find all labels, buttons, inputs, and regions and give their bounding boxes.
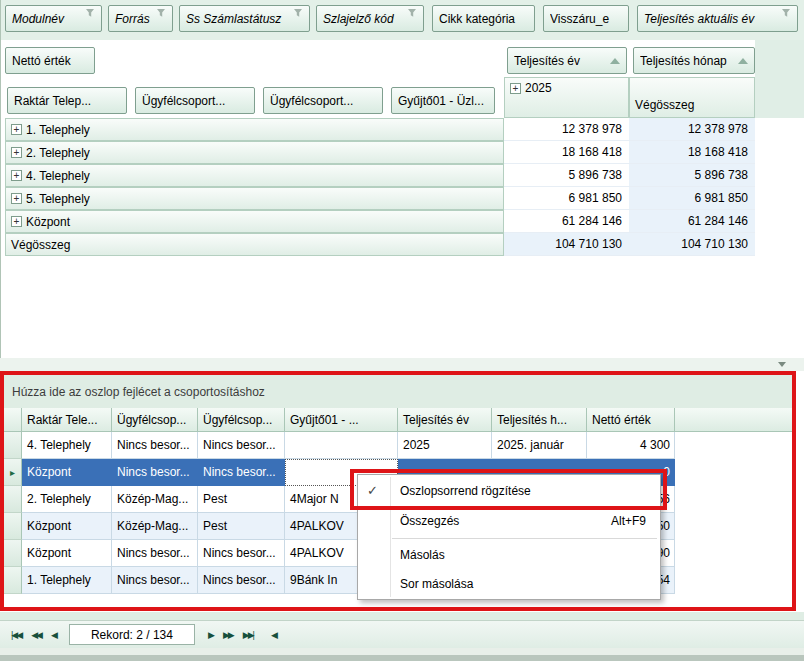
cell-netto-ertek[interactable]: 4 300	[587, 432, 675, 459]
column-header-ugyfelcsoport-2[interactable]: Ügyfélcsop...	[198, 408, 285, 432]
nav-next-page-button[interactable]: ▶▶	[218, 630, 238, 640]
filter-icon[interactable]	[407, 8, 417, 18]
column-header-raktar[interactable]: Raktár Tele...	[22, 408, 112, 432]
expand-icon[interactable]: +	[11, 216, 22, 227]
column-header-teljesites-honap[interactable]: Teljesítés h...	[492, 408, 587, 432]
filter-field-szamlastatusz[interactable]: Ss Számlastátusz	[179, 5, 310, 32]
cell-gyujto01[interactable]	[285, 432, 398, 459]
nav-last-button[interactable]: ▶▶|	[238, 630, 258, 640]
data-field-label: Nettó érték	[12, 54, 88, 68]
cell-teljesites-honap[interactable]: 2025. január	[492, 432, 587, 459]
expand-icon[interactable]: +	[11, 147, 22, 158]
column-header-2025[interactable]: +2025	[504, 77, 629, 118]
pivot-row-header[interactable]: +1. Telephely	[5, 118, 504, 141]
pivot-row-header[interactable]: +2. Telephely	[5, 141, 504, 164]
pivot-value-cell: 12 378 978	[504, 118, 629, 141]
data-field-netto-ertek[interactable]: Nettó érték	[5, 47, 95, 74]
cell-ugyfelcsoport-2[interactable]: Nincs besor...	[198, 540, 285, 567]
pivot-row-label: 5. Telephely	[26, 192, 90, 206]
filter-icon[interactable]	[156, 8, 166, 18]
nav-next-button[interactable]: ▶	[203, 630, 218, 640]
column-field-teljesites-ev[interactable]: Teljesítés év	[507, 47, 627, 74]
cell-ugyfelcsoport-2[interactable]: Nincs besor...	[198, 567, 285, 594]
menu-item-fix-column-order[interactable]: ✓ Oszlopsorrend rögzítése	[358, 475, 660, 506]
column-header-gyujto01[interactable]: Gyűjtő01 - ...	[285, 408, 398, 432]
cell-raktar[interactable]: 4. Telephely	[22, 432, 112, 459]
cell-ugyfelcsoport-2[interactable]: Nincs besor...	[198, 432, 285, 459]
filter-field-visszaru[interactable]: Visszáru_e	[543, 5, 629, 32]
nav-prev-button[interactable]: ◀	[46, 630, 61, 640]
bottom-strip	[0, 648, 804, 655]
menu-item-summary[interactable]: Összegzés Alt+F9	[358, 506, 660, 536]
menu-item-copy-row[interactable]: Sor másolása	[358, 569, 660, 598]
cell-teljesites-ev[interactable]: 2025	[398, 432, 492, 459]
cell-raktar[interactable]: Központ	[22, 459, 112, 486]
pivot-row-header[interactable]: +Központ	[5, 210, 504, 233]
cell-ugyfelcsoport-1[interactable]: Nincs besor...	[112, 459, 198, 486]
row-indicator	[4, 432, 22, 459]
cell-ugyfelcsoport-2[interactable]: Nincs besor...	[198, 459, 285, 486]
hscroll-left-button[interactable]: ◀	[266, 630, 281, 640]
pivot-total-cell: 12 378 978	[629, 118, 755, 141]
expand-icon[interactable]: +	[11, 124, 22, 135]
filter-icon[interactable]	[85, 8, 95, 18]
row-field-ugyfelcsoport-2[interactable]: Ügyfélcsoport...	[263, 87, 383, 114]
column-header-teljesites-ev[interactable]: Teljesítés év	[398, 408, 492, 432]
filter-field-forras[interactable]: Forrás	[108, 5, 173, 32]
row-indicator	[4, 486, 22, 513]
pivot-filter-area: Modulnév Forrás Ss Számlastátusz Szlajel…	[1, 0, 804, 40]
menu-item-label: Oszlopsorrend rögzítése	[400, 484, 531, 498]
row-field-gyujto01[interactable]: Gyűjtő01 - Üzl...	[391, 87, 495, 114]
pivot-row-header[interactable]: +5. Telephely	[5, 187, 504, 210]
record-navigator: |◀◀ ◀◀ ◀ Rekord: 2 / 134 ▶ ▶▶ ▶▶| ◀	[0, 620, 804, 648]
menu-item-copy[interactable]: Másolás	[358, 540, 660, 569]
group-by-panel[interactable]: Húzza ide az oszlop fejlécet a csoportos…	[4, 375, 796, 408]
filter-field-label: Szlajelző kód	[323, 12, 403, 26]
filter-field-szlajelzo-kod[interactable]: Szlajelző kód	[316, 5, 424, 32]
filter-field-teljesites-aktualis-ev[interactable]: Teljesítés aktuális év	[637, 5, 798, 32]
row-field-label: Raktár Telep...	[14, 94, 120, 108]
filter-field-label: Teljesítés aktuális év	[644, 12, 777, 26]
column-field-label: Teljesítés év	[514, 54, 604, 68]
filter-field-modulnev[interactable]: Modulnév	[5, 5, 102, 32]
filter-icon[interactable]	[293, 8, 303, 18]
pivot-row-label: 4. Telephely	[26, 169, 90, 183]
expand-icon[interactable]: +	[11, 170, 22, 181]
cell-ugyfelcsoport-1[interactable]: Nincs besor...	[112, 432, 198, 459]
grid-footer-strip	[0, 612, 804, 620]
cell-raktar[interactable]: 1. Telephely	[22, 567, 112, 594]
menu-separator	[392, 538, 657, 539]
menu-shortcut-label: Alt+F9	[611, 514, 646, 528]
cell-ugyfelcsoport-1[interactable]: Nincs besor...	[112, 567, 198, 594]
table-row[interactable]: 4. Telephely Nincs besor... Nincs besor.…	[4, 432, 675, 459]
row-field-ugyfelcsoport-1[interactable]: Ügyfélcsoport...	[135, 87, 255, 114]
column-header-vegosszeg: Végösszeg	[629, 77, 755, 118]
chevron-down-icon[interactable]	[778, 362, 786, 367]
menu-item-label: Összegzés	[400, 514, 459, 528]
cell-raktar[interactable]: Központ	[22, 513, 112, 540]
cell-raktar[interactable]: 2. Telephely	[22, 486, 112, 513]
column-field-teljesites-honap[interactable]: Teljesítés hónap	[633, 47, 755, 74]
filter-field-cikk-kategoria[interactable]: Cikk kategória	[432, 5, 535, 32]
pivot-row-label: Végösszeg	[11, 238, 70, 252]
group-by-hint-text: Húzza ide az oszlop fejlécet a csoportos…	[12, 385, 265, 399]
cell-ugyfelcsoport-1[interactable]: Nincs besor...	[112, 540, 198, 567]
filter-field-label: Ss Számlastátusz	[186, 12, 289, 26]
filter-icon[interactable]	[781, 8, 791, 18]
sort-asc-icon	[610, 58, 620, 64]
column-header-ugyfelcsoport-1[interactable]: Ügyfélcsop...	[112, 408, 198, 432]
pivot-row-header[interactable]: +4. Telephely	[5, 164, 504, 187]
cell-ugyfelcsoport-2[interactable]: Pest	[198, 486, 285, 513]
cell-ugyfelcsoport-1[interactable]: Közép-Mag...	[112, 486, 198, 513]
cell-ugyfelcsoport-2[interactable]: Pest	[198, 513, 285, 540]
cell-ugyfelcsoport-1[interactable]: Közép-Mag...	[112, 513, 198, 540]
row-indicator	[4, 567, 22, 594]
expand-icon[interactable]: +	[11, 193, 22, 204]
expand-icon[interactable]: +	[510, 83, 521, 94]
row-field-raktar-telephely[interactable]: Raktár Telep...	[7, 87, 127, 114]
cell-raktar[interactable]: Központ	[22, 540, 112, 567]
nav-first-button[interactable]: |◀◀	[6, 630, 26, 640]
nav-prev-page-button[interactable]: ◀◀	[26, 630, 46, 640]
column-header-netto-ertek[interactable]: Nettó érték	[587, 408, 675, 432]
splitter-bar[interactable]	[0, 358, 804, 371]
